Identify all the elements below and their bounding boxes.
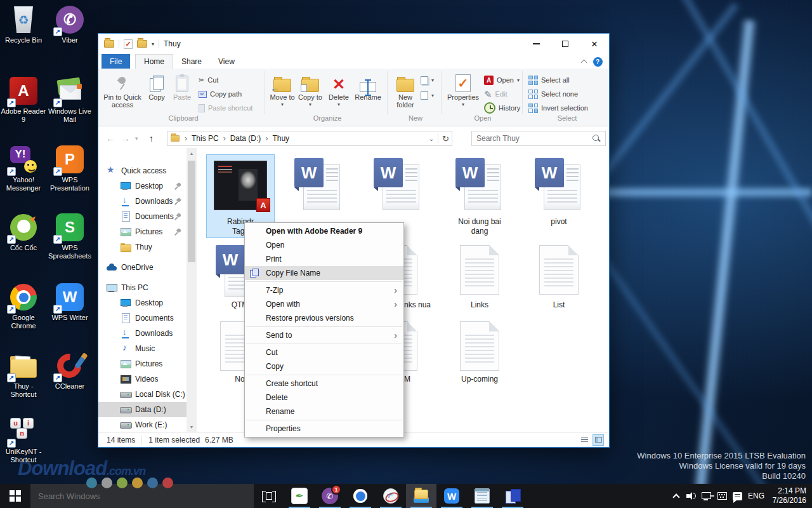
menu-open[interactable]: Open bbox=[245, 238, 403, 252]
taskbar-app-wps-writer[interactable]: W bbox=[436, 484, 467, 508]
sidebar-item-music[interactable]: Music bbox=[98, 341, 187, 356]
history-button[interactable]: History bbox=[484, 102, 520, 114]
action-center-icon[interactable] bbox=[730, 484, 745, 508]
refresh-icon[interactable]: ↻ bbox=[442, 134, 449, 144]
sidebar-item-desktop-2[interactable]: Desktop bbox=[98, 295, 187, 311]
start-button[interactable] bbox=[0, 484, 30, 508]
menu-send-to[interactable]: Send to› bbox=[245, 328, 403, 342]
recent-locations-icon[interactable]: ▾ bbox=[135, 131, 138, 145]
sidebar-item-local-disk-c[interactable]: Local Disk (C:) bbox=[98, 387, 187, 402]
sidebar-item-onedrive[interactable]: OneDrive bbox=[98, 260, 187, 275]
forward-button[interactable]: → bbox=[121, 131, 130, 145]
details-view-button[interactable] bbox=[579, 434, 590, 446]
cut-button[interactable]: ✂Cut bbox=[199, 74, 218, 86]
desktop-icon-wps-spreadsheets[interactable]: S↗ WPS Spreadsheets bbox=[47, 213, 93, 260]
desktop-icon-windows-live-mail[interactable]: ↗ Windows Live Mail bbox=[47, 76, 93, 124]
sidebar-item-desktop[interactable]: Desktop bbox=[98, 178, 187, 194]
address-bar[interactable]: › This PC › Data (D:) › Thuy ⌄ ↻ bbox=[167, 131, 452, 146]
taskbar-app-chrome[interactable] bbox=[345, 484, 376, 508]
menu-cut[interactable]: Cut bbox=[245, 345, 403, 359]
select-none-button[interactable]: Select none bbox=[528, 88, 578, 100]
address-dropdown-icon[interactable]: ⌄ bbox=[429, 135, 434, 142]
title-bar[interactable]: ✓ ▾ Thuy ✕ bbox=[98, 34, 609, 54]
edit-button[interactable]: ✎Edit bbox=[484, 88, 508, 100]
sidebar-item-pictures-2[interactable]: Pictures bbox=[98, 356, 187, 371]
sidebar-item-this-pc[interactable]: This PC bbox=[98, 280, 187, 295]
taskbar-app-viber[interactable]: ✆1 bbox=[315, 484, 345, 508]
taskbar-app-file-explorer[interactable] bbox=[406, 484, 436, 508]
taskbar-app-blue-documents[interactable] bbox=[497, 484, 528, 508]
menu-open-with-adobe[interactable]: Open with Adobe Reader 9 bbox=[245, 224, 403, 238]
search-input[interactable] bbox=[476, 134, 593, 143]
copy-to-button[interactable]: Copy to▾ bbox=[296, 70, 324, 115]
file-word-noi-dung[interactable]: W bbox=[455, 158, 504, 213]
close-button[interactable]: ✕ bbox=[580, 34, 609, 54]
minimize-ribbon-icon[interactable] bbox=[579, 57, 589, 67]
taskbar-search[interactable] bbox=[30, 484, 254, 508]
copy-path-button[interactable]: W.. Copy path bbox=[199, 88, 242, 100]
new-folder-qat-icon[interactable] bbox=[137, 40, 147, 48]
sidebar-item-data-d[interactable]: Data (D:) bbox=[98, 402, 187, 417]
menu-restore-previous-versions[interactable]: Restore previous versions bbox=[245, 311, 403, 325]
taskbar-search-input[interactable] bbox=[38, 491, 246, 501]
breadcrumb-this-pc[interactable]: This PC bbox=[192, 134, 219, 143]
back-button[interactable]: ← bbox=[106, 131, 115, 145]
tray-chevron-up-icon[interactable] bbox=[669, 484, 684, 508]
properties-qat-icon[interactable]: ✓ bbox=[124, 39, 133, 49]
menu-copy-file-name[interactable]: Copy File Name bbox=[245, 266, 403, 280]
network-icon[interactable] bbox=[699, 484, 714, 508]
desktop-icon-adobe-reader[interactable]: A↗ Adobe Reader 9 bbox=[1, 76, 46, 124]
up-button[interactable]: ↑ bbox=[149, 131, 154, 145]
sidebar-scrollbar[interactable]: ▲ ▼ bbox=[187, 148, 197, 432]
menu-rename[interactable]: Rename bbox=[245, 404, 403, 418]
volume-icon[interactable] bbox=[684, 484, 699, 508]
paste-button[interactable]: Paste bbox=[169, 70, 195, 115]
minimize-button[interactable] bbox=[521, 34, 551, 54]
sidebar-item-documents[interactable]: Documents bbox=[98, 209, 187, 224]
search-box[interactable] bbox=[471, 131, 606, 146]
file-text-links[interactable] bbox=[460, 245, 499, 295]
breadcrumb-thuy[interactable]: Thuy bbox=[272, 134, 289, 143]
taskbar-app-snipping-tool[interactable] bbox=[376, 484, 406, 508]
easy-access-button[interactable]: ▾ bbox=[421, 89, 434, 102]
sidebar-item-downloads[interactable]: Downloads bbox=[98, 194, 187, 209]
menu-copy[interactable]: Copy bbox=[245, 359, 403, 373]
tab-share[interactable]: Share bbox=[173, 54, 210, 69]
sidebar-item-documents-2[interactable]: Documents bbox=[98, 311, 187, 326]
menu-create-shortcut[interactable]: Create shortcut bbox=[245, 377, 403, 391]
desktop-icon-thuy-shortcut[interactable]: ↗ Thuy - Shortcut bbox=[1, 351, 46, 399]
taskbar-app-notepad[interactable] bbox=[467, 484, 497, 508]
file-text-list[interactable] bbox=[539, 245, 579, 295]
task-view-button[interactable] bbox=[254, 484, 284, 508]
menu-properties[interactable]: Properties bbox=[245, 422, 403, 436]
unikey-tray-icon[interactable] bbox=[714, 484, 730, 508]
desktop-icon-viber[interactable]: ✆↗ Viber bbox=[47, 5, 93, 44]
desktop-icon-wps-writer[interactable]: W↗ WPS Writer bbox=[47, 283, 93, 322]
desktop-icon-google-chrome[interactable]: ↗ Google Chrome bbox=[1, 283, 46, 330]
delete-button[interactable]: ✕ Delete▾ bbox=[325, 70, 352, 115]
scroll-down-icon[interactable]: ▼ bbox=[187, 422, 197, 432]
paste-shortcut-button[interactable]: Paste shortcut bbox=[199, 102, 252, 114]
clock[interactable]: 2:14 PM 7/26/2016 bbox=[768, 486, 812, 505]
sidebar-item-videos[interactable]: Videos bbox=[98, 371, 187, 387]
select-all-button[interactable]: Select all bbox=[528, 74, 570, 86]
taskbar-app-quill-document[interactable]: ✒ bbox=[284, 484, 315, 508]
desktop-icon-ccleaner[interactable]: ↗ CCleaner bbox=[47, 351, 93, 391]
new-folder-button[interactable]: New folder bbox=[391, 70, 420, 115]
tab-home[interactable]: Home bbox=[135, 54, 173, 69]
desktop-icon-unikey-shortcut[interactable]: uin↗ UniKeyNT - Shortcut bbox=[1, 417, 46, 464]
language-indicator[interactable]: ENG bbox=[745, 491, 768, 500]
sidebar-item-work-e[interactable]: Work (E:) bbox=[98, 417, 187, 432]
menu-print[interactable]: Print bbox=[245, 252, 403, 266]
sidebar-item-downloads-2[interactable]: Downloads bbox=[98, 326, 187, 341]
search-icon[interactable] bbox=[593, 135, 601, 143]
desktop-icon-coc-coc[interactable]: ↗ Cốc Cốc bbox=[1, 213, 46, 252]
tab-view[interactable]: View bbox=[210, 54, 243, 69]
invert-selection-button[interactable]: Invert selection bbox=[528, 102, 588, 114]
new-item-button[interactable]: ▾ bbox=[421, 74, 434, 86]
breadcrumb-data-d[interactable]: Data (D:) bbox=[230, 134, 261, 143]
menu-delete[interactable]: Delete bbox=[245, 391, 403, 404]
tab-file[interactable]: File bbox=[102, 54, 130, 69]
qat-dropdown-icon[interactable]: ▾ bbox=[152, 41, 154, 47]
copy-button[interactable]: Copy bbox=[145, 70, 168, 115]
